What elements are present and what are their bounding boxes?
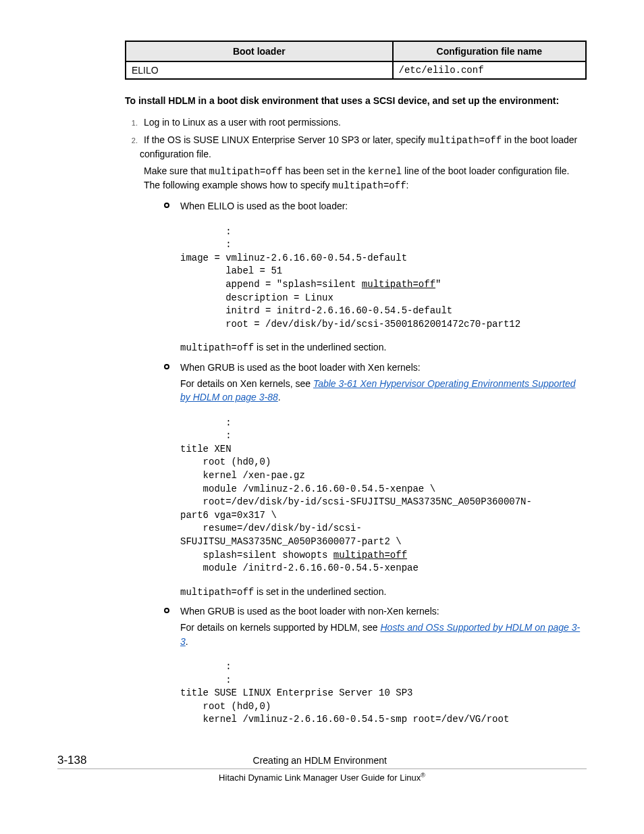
step-2-note: Make sure that multipath=off has been se…	[144, 164, 587, 193]
td-bootloader: ELILO	[126, 61, 393, 79]
grub-xen-explain: multipath=off is set in the underlined s…	[180, 585, 587, 599]
th-bootloader: Boot loader	[126, 41, 393, 61]
step-2: If the OS is SUSE LINUX Enterprise Serve…	[140, 133, 587, 727]
footer-section-title: Creating an HDLM Environment	[86, 755, 553, 766]
case-elilo: When ELILO is used as the boot loader: :…	[164, 199, 587, 355]
bootloader-table: Boot loader Configuration file name ELIL…	[125, 41, 587, 80]
footer-rule	[57, 768, 587, 769]
table-row: ELILO /etc/elilo.conf	[126, 61, 586, 79]
step-2-text: If the OS is SUSE LINUX Enterprise Serve…	[140, 134, 577, 159]
grub-nonxen-code: : : title SUSE LINUX Enterprise Server 1…	[180, 660, 587, 727]
procedure-heading: To install HDLM in a boot disk environme…	[125, 95, 587, 107]
footer-book-title: Hitachi Dynamic Link Manager User Guide …	[57, 772, 587, 783]
td-filename: /etc/elilo.conf	[393, 61, 586, 79]
elilo-code: : : image = vmlinuz-2.6.16.60-0.54.5-def…	[180, 226, 587, 332]
th-filename: Configuration file name	[393, 41, 586, 61]
case-elilo-title: When ELILO is used as the boot loader:	[180, 199, 587, 213]
grub-xen-code: : : title XEN root (hd0,0) kernel /xen-p…	[180, 417, 587, 575]
step-1: Log in to Linux as a user with root perm…	[140, 115, 587, 129]
elilo-explain: multipath=off is set in the underlined s…	[180, 340, 587, 355]
case-grub-xen-desc: For details on Xen kernels, see Table 3-…	[180, 377, 587, 405]
case-grub-xen-title: When GRUB is used as the boot loader wit…	[180, 361, 587, 374]
case-grub-nonxen: When GRUB is used as the boot loader wit…	[164, 604, 587, 727]
case-grub-nonxen-desc: For details on kernels supported by HDLM…	[180, 621, 587, 648]
page-number: 3-138	[57, 754, 86, 767]
page-footer: 3-138 Creating an HDLM Environment Hitac…	[57, 754, 587, 783]
case-grub-nonxen-title: When GRUB is used as the boot loader wit…	[180, 604, 587, 618]
step-1-text: Log in to Linux as a user with root perm…	[144, 117, 341, 128]
procedure-list: Log in to Linux as a user with root perm…	[125, 115, 587, 727]
case-grub-xen: When GRUB is used as the boot loader wit…	[164, 361, 587, 599]
bootloader-cases: When ELILO is used as the boot loader: :…	[140, 199, 587, 727]
